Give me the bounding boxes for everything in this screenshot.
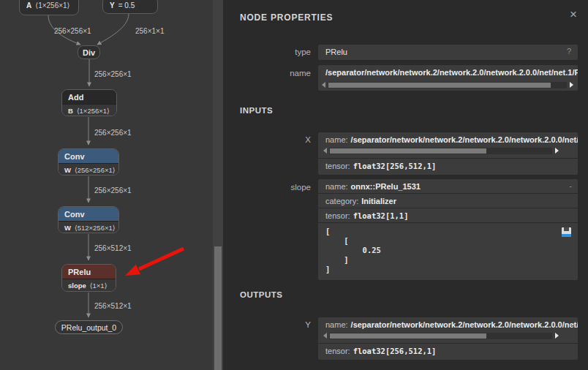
edge-label: 256×256×1 xyxy=(94,129,132,137)
scrollbar-track[interactable] xyxy=(329,148,552,154)
input-slope-label: slope xyxy=(223,183,311,192)
input-x-tensor-row: tensor:float32[256,512,1] xyxy=(318,159,578,175)
graph-node-output[interactable]: PRelu_output_0 xyxy=(55,320,123,334)
edge-label: 256×512×1 xyxy=(94,302,132,310)
output-y-tensor-value: float32[256,512,1] xyxy=(353,347,437,355)
graph-node-input-y[interactable]: Y = 0.5 xyxy=(102,0,158,14)
close-icon[interactable]: × xyxy=(570,8,577,20)
slope-value-row: [ [ 0.25 ] ] xyxy=(318,223,578,280)
graph-node-conv2[interactable]: Conv W ⟨512×256×1⟩ xyxy=(58,206,119,233)
scroll-right-arrow-icon[interactable] xyxy=(555,333,559,339)
name-value: /separator/network/network.2/network.2.0… xyxy=(318,65,578,80)
edge-label: 256×256×1 xyxy=(54,27,91,35)
collapse-icon[interactable]: - xyxy=(569,181,572,190)
node-prelu-param: slope ⟨1×1⟩ xyxy=(62,279,116,291)
graph-node-div[interactable]: Div xyxy=(78,45,100,59)
scroll-right-arrow-icon[interactable] xyxy=(570,82,573,88)
type-field[interactable]: PRelu ? xyxy=(318,45,578,60)
inputs-section-title: INPUTS xyxy=(240,106,273,115)
input-x-tensor-value: float32[256,512,1] xyxy=(353,162,437,170)
collapse-icon[interactable]: - xyxy=(569,135,572,143)
node-conv2-label: Conv xyxy=(64,210,85,219)
scroll-right-arrow-icon[interactable] xyxy=(555,148,559,154)
graph-node-prelu[interactable]: PRelu slope ⟨1×1⟩ xyxy=(61,264,116,292)
node-y-value: = 0.5 xyxy=(118,1,135,10)
slope-name-row[interactable]: name:onnx::PRelu_1531 - xyxy=(318,179,578,194)
input-x-name-value: /separator/network/network.2/network.2.0… xyxy=(351,135,578,144)
input-x-label: X xyxy=(223,135,311,144)
graph-canvas[interactable]: A ⟨1×256×1⟩ Y = 0.5 Div Add B ⟨1×256×1⟩ … xyxy=(0,0,223,370)
node-output-label: PRelu_output_0 xyxy=(61,323,116,332)
node-conv2-param-shape: ⟨512×256×1⟩ xyxy=(75,224,116,232)
output-y-horizontal-scrollbar[interactable] xyxy=(321,331,562,340)
scrollbar-track[interactable] xyxy=(328,82,567,88)
edge-label: 256×1×1 xyxy=(135,27,165,35)
name-horizontal-scrollbar[interactable] xyxy=(318,80,578,89)
node-properties-panel: NODE PROPERTIES × type PRelu ? name /sep… xyxy=(223,0,588,370)
red-annotation-arrow xyxy=(125,249,184,276)
node-prelu-header: PRelu xyxy=(62,265,116,279)
scroll-left-arrow-icon[interactable] xyxy=(322,82,325,88)
output-y-box: name:/separator/network/network.2/networ… xyxy=(318,317,578,360)
input-x-horizontal-scrollbar[interactable] xyxy=(321,146,562,155)
graph-node-conv1[interactable]: Conv W ⟨256×256×1⟩ xyxy=(58,148,119,175)
input-slope-box: name:onnx::PRelu_1531 - category:Initial… xyxy=(318,179,578,280)
node-conv1-param: W ⟨256×256×1⟩ xyxy=(59,164,118,175)
type-label: type xyxy=(223,48,311,56)
input-x-box: name:/separator/network/network.2/networ… xyxy=(318,132,578,175)
slope-category-row: category:Initializer xyxy=(318,194,578,208)
node-conv1-label: Conv xyxy=(64,152,85,161)
edge-y-div xyxy=(97,14,129,45)
slope-name-value: onnx::PRelu_1531 xyxy=(351,182,421,191)
graph-edges xyxy=(0,0,223,370)
node-conv1-header: Conv xyxy=(59,149,118,164)
scrollbar-track[interactable] xyxy=(329,333,552,339)
save-icon[interactable] xyxy=(562,227,571,237)
panel-title: NODE PROPERTIES xyxy=(240,12,333,23)
outputs-section-title: OUTPUTS xyxy=(240,290,282,299)
type-value: PRelu xyxy=(318,45,578,60)
output-y-tensor-row: tensor:float32[256,512,1] xyxy=(318,344,578,360)
input-x-name-row[interactable]: name:/separator/network/network.2/networ… xyxy=(318,132,578,159)
help-icon[interactable]: ? xyxy=(567,47,571,56)
slope-category-value: Initializer xyxy=(361,197,396,205)
netron-app: A ⟨1×256×1⟩ Y = 0.5 Div Add B ⟨1×256×1⟩ … xyxy=(0,0,588,370)
scrollbar-thumb[interactable] xyxy=(330,333,486,339)
node-add-header: Add xyxy=(62,90,116,105)
node-conv2-param-name: W xyxy=(64,224,71,232)
node-conv1-param-name: W xyxy=(64,166,71,174)
node-add-label: Add xyxy=(68,93,83,102)
name-prefix: name: xyxy=(325,320,348,329)
tensor-prefix: tensor: xyxy=(325,162,350,170)
edge-label: 256×256×1 xyxy=(94,70,132,78)
tensor-prefix: tensor: xyxy=(325,347,350,355)
output-y-label: Y xyxy=(223,320,311,329)
node-a-shape: ⟨1×256×1⟩ xyxy=(35,1,69,10)
slope-tensor-data: [ [ 0.25 ] ] xyxy=(318,223,578,280)
edge-label: 256×512×1 xyxy=(94,244,132,252)
node-prelu-param-name: slope xyxy=(68,282,86,290)
name-label: name xyxy=(223,69,311,78)
node-a-name: A xyxy=(26,1,31,10)
node-prelu-label: PRelu xyxy=(68,268,91,276)
slope-tensor-value: float32[1,1] xyxy=(353,211,409,220)
scrollbar-thumb[interactable] xyxy=(330,148,486,154)
scroll-left-arrow-icon[interactable] xyxy=(323,148,327,154)
graph-node-input-a[interactable]: A ⟨1×256×1⟩ xyxy=(19,0,79,15)
node-add-param-name: B xyxy=(68,107,73,115)
scrollbar-thumb[interactable] xyxy=(328,83,551,88)
node-conv2-param: W ⟨512×256×1⟩ xyxy=(59,222,118,233)
output-y-name-row[interactable]: name:/separator/network/network.2/networ… xyxy=(318,317,578,344)
node-prelu-param-shape: ⟨1×1⟩ xyxy=(90,282,108,290)
name-prefix: name: xyxy=(325,135,348,144)
graph-vertical-scrollbar-thumb[interactable] xyxy=(214,246,222,370)
node-add-param-shape: ⟨1×256×1⟩ xyxy=(77,107,110,115)
node-conv1-param-shape: ⟨256×256×1⟩ xyxy=(75,166,116,174)
category-prefix: category: xyxy=(325,197,358,205)
scroll-left-arrow-icon[interactable] xyxy=(323,333,327,339)
edge-label: 256×256×1 xyxy=(94,186,132,195)
collapse-icon[interactable]: - xyxy=(569,320,572,328)
node-conv2-header: Conv xyxy=(59,207,118,222)
graph-node-add[interactable]: Add B ⟨1×256×1⟩ xyxy=(61,89,117,116)
name-field[interactable]: /separator/network/network.2/network.2.0… xyxy=(318,65,578,91)
